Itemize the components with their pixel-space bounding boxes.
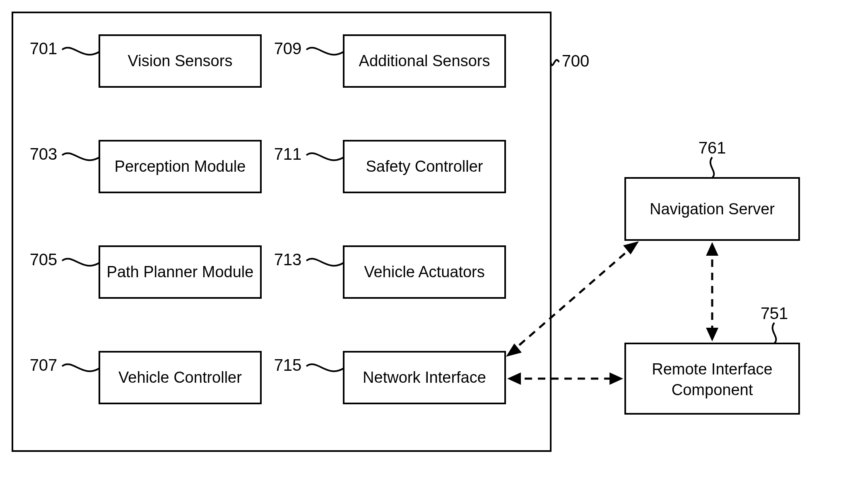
ref-705: 705	[30, 250, 58, 269]
svg-marker-12	[623, 241, 639, 254]
block-remote-interface-component: Remote Interface Component	[625, 343, 799, 414]
block-label: Vision Sensors	[128, 52, 233, 70]
block-additional-sensors: Additional Sensors	[344, 35, 505, 87]
ref-761: 761	[699, 139, 726, 157]
leadline	[306, 364, 344, 371]
leadline	[306, 259, 344, 266]
block-vehicle-actuators: Vehicle Actuators	[344, 246, 505, 298]
svg-marker-15	[610, 372, 623, 385]
link-network-to-navserver	[506, 241, 639, 357]
block-label: Safety Controller	[366, 158, 483, 175]
block-path-planner-module: Path Planner Module	[99, 246, 261, 298]
svg-line-10	[509, 244, 636, 354]
leadline	[551, 60, 559, 65]
link-navserver-to-remote	[706, 242, 718, 341]
block-label: Navigation Server	[650, 200, 775, 218]
block-label: Perception Module	[115, 158, 246, 175]
link-network-to-remote	[507, 372, 623, 385]
leadline	[62, 153, 99, 160]
block-label: Additional Sensors	[359, 52, 490, 70]
block-navigation-server: Navigation Server	[625, 178, 799, 240]
leadline	[62, 364, 99, 371]
ref-713: 713	[274, 250, 302, 269]
ref-711: 711	[274, 145, 302, 163]
ref-751: 751	[761, 304, 788, 322]
block-label: Network Interface	[363, 369, 486, 386]
block-diagram: Vision Sensors Perception Module Path Pl…	[0, 0, 848, 504]
block-label: Path Planner Module	[107, 263, 254, 281]
ref-715: 715	[274, 356, 302, 374]
block-safety-controller: Safety Controller	[344, 141, 505, 192]
block-label-line2: Component	[672, 381, 753, 398]
block-network-interface: Network Interface	[344, 352, 505, 403]
svg-marker-18	[706, 328, 718, 341]
svg-marker-17	[706, 242, 718, 256]
ref-709: 709	[274, 39, 302, 58]
block-vehicle-controller: Vehicle Controller	[99, 352, 261, 403]
block-perception-module: Perception Module	[99, 141, 261, 192]
block-vision-sensors: Vision Sensors	[99, 35, 261, 87]
block-label: Vehicle Controller	[118, 369, 242, 386]
svg-rect-9	[625, 343, 799, 414]
svg-marker-14	[507, 372, 521, 385]
leadline	[62, 259, 99, 266]
leadline	[711, 157, 714, 178]
ref-700: 700	[562, 52, 590, 70]
ref-703: 703	[30, 145, 58, 163]
svg-marker-11	[506, 343, 522, 357]
leadline	[62, 48, 99, 55]
leadline	[306, 48, 344, 55]
block-label-line1: Remote Interface	[652, 360, 772, 378]
ref-707: 707	[30, 356, 58, 374]
ref-701: 701	[30, 39, 58, 58]
leadline	[773, 323, 776, 343]
leadline	[306, 153, 344, 160]
block-label: Vehicle Actuators	[364, 263, 485, 281]
